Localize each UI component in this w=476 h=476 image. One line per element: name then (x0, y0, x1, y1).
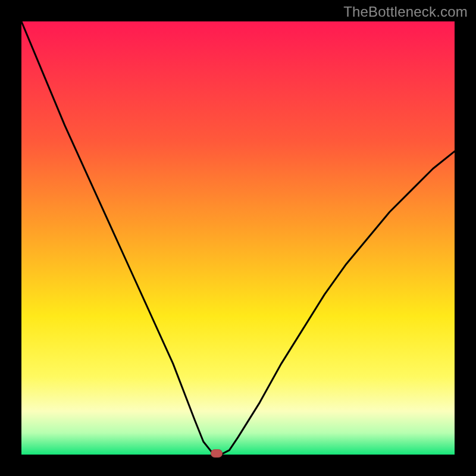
chart-frame: TheBottleneck.com (0, 0, 476, 476)
watermark-text: TheBottleneck.com (343, 4, 468, 20)
minimum-marker (211, 449, 223, 458)
plot-area (21, 21, 455, 455)
bottleneck-curve (21, 21, 455, 455)
